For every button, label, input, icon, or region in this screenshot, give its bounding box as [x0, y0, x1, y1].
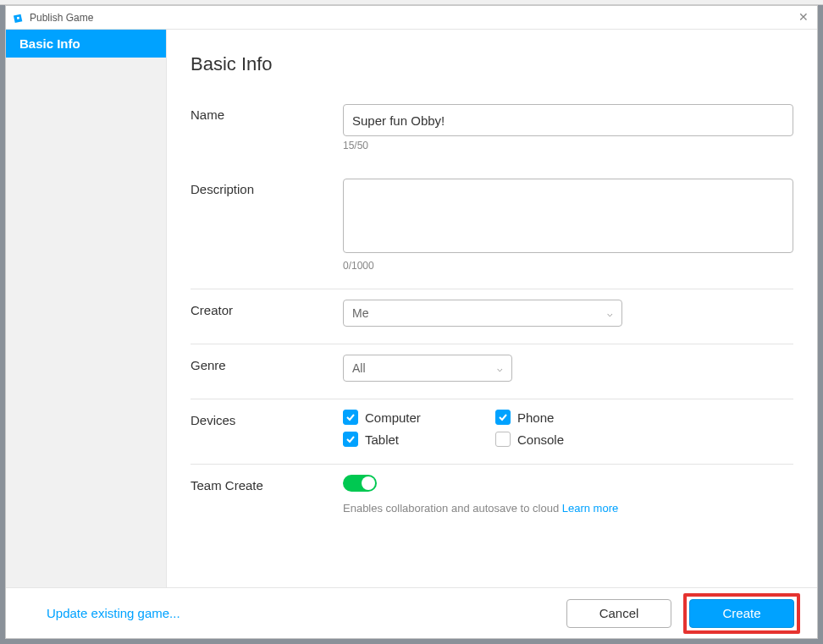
description-input[interactable]: [343, 179, 793, 253]
roblox-studio-icon: [13, 12, 25, 24]
sidebar-item-label: Basic Info: [19, 36, 80, 51]
device-console[interactable]: Console: [495, 432, 648, 447]
footer: Update existing game... Cancel Create: [6, 587, 817, 638]
genre-select[interactable]: All ⌵: [343, 355, 512, 382]
device-label: Computer: [365, 410, 421, 425]
device-tablet[interactable]: Tablet: [343, 432, 495, 447]
create-button[interactable]: Create: [689, 599, 794, 628]
genre-label: Genre: [191, 355, 343, 382]
svg-rect-1: [17, 16, 19, 19]
row-devices: Devices Computer Phone Table: [191, 399, 793, 465]
chevron-down-icon: ⌵: [607, 308, 613, 319]
page-title: Basic Info: [191, 53, 793, 75]
device-label: Console: [517, 432, 564, 447]
learn-more-link[interactable]: Learn more: [562, 502, 618, 515]
checkbox-icon: [343, 410, 358, 425]
sidebar-item-basic-info[interactable]: Basic Info: [6, 30, 166, 58]
device-label: Tablet: [365, 432, 399, 447]
update-existing-link[interactable]: Update existing game...: [47, 606, 180, 620]
row-genre: Genre All ⌵: [191, 344, 793, 399]
team-create-helper: Enables collaboration and autosave to cl…: [343, 502, 793, 515]
cancel-button[interactable]: Cancel: [566, 599, 671, 628]
sidebar: Basic Info: [6, 30, 167, 587]
titlebar: Publish Game ✕: [6, 6, 817, 30]
close-button[interactable]: ✕: [797, 11, 810, 25]
creator-label: Creator: [191, 300, 343, 327]
genre-value: All: [352, 361, 366, 375]
row-creator: Creator Me ⌵: [191, 289, 793, 344]
row-name: Name 15/50: [191, 94, 793, 168]
name-counter: 15/50: [343, 140, 793, 151]
window-title: Publish Game: [30, 12, 93, 24]
toggle-knob: [362, 476, 375, 490]
create-button-highlight: Create: [683, 593, 800, 634]
creator-value: Me: [352, 306, 368, 320]
name-input[interactable]: [343, 104, 793, 136]
checkbox-icon: [343, 432, 358, 447]
creator-select[interactable]: Me ⌵: [343, 300, 622, 327]
chevron-down-icon: ⌵: [497, 363, 503, 374]
publish-game-modal: Publish Game ✕ Basic Info Basic Info Nam…: [5, 5, 818, 639]
device-phone[interactable]: Phone: [495, 410, 648, 425]
description-counter: 0/1000: [343, 260, 793, 272]
devices-label: Devices: [191, 410, 343, 447]
team-create-label: Team Create: [191, 475, 343, 515]
content: Basic Info Name 15/50 Description 0/1000: [167, 30, 817, 587]
checkbox-icon: [495, 432, 511, 447]
name-label: Name: [191, 104, 343, 151]
device-computer[interactable]: Computer: [343, 410, 495, 425]
row-team-create: Team Create Enables collaboration and au…: [191, 465, 793, 531]
checkbox-icon: [495, 410, 511, 425]
description-label: Description: [191, 179, 343, 272]
row-description: Description 0/1000: [191, 168, 793, 289]
modal-body: Basic Info Basic Info Name 15/50 Descrip…: [6, 30, 817, 587]
device-label: Phone: [517, 410, 554, 425]
team-create-toggle[interactable]: [343, 475, 377, 492]
